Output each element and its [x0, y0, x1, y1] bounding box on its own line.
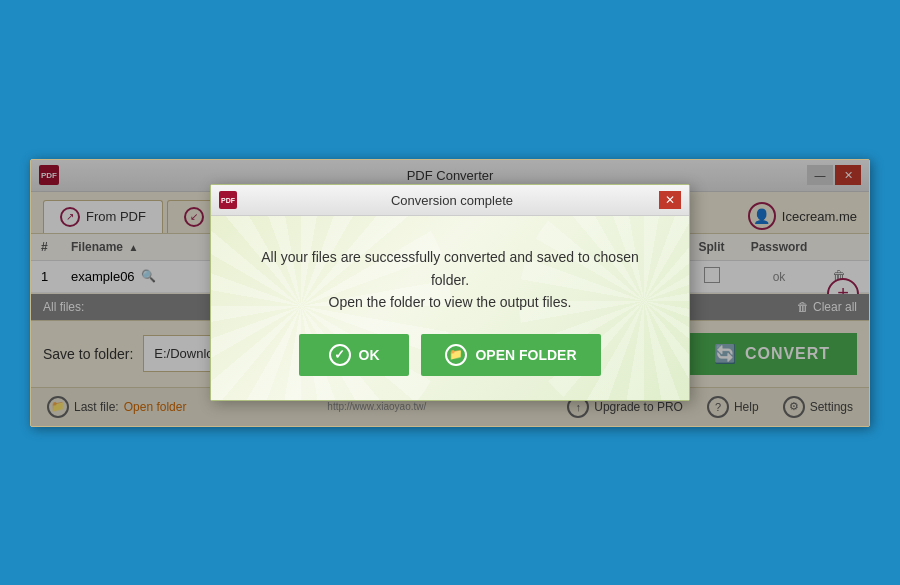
- conversion-complete-modal: PDF Conversion complete ✕ All your files…: [210, 184, 690, 400]
- modal-title: Conversion complete: [245, 193, 659, 208]
- modal-message: All your files are successfully converte…: [251, 246, 649, 313]
- modal-ok-button[interactable]: ✓ OK: [299, 334, 409, 376]
- ok-label: OK: [359, 347, 380, 363]
- modal-buttons: ✓ OK 📁 OPEN FOLDER: [251, 334, 649, 376]
- modal-app-icon: PDF: [219, 191, 237, 209]
- modal-overlay: PDF Conversion complete ✕ All your files…: [31, 160, 869, 426]
- modal-body: All your files are successfully converte…: [211, 216, 689, 399]
- modal-close-button[interactable]: ✕: [659, 191, 681, 209]
- modal-message-line1: All your files are successfully converte…: [261, 249, 638, 287]
- modal-message-line2: Open the folder to view the output files…: [329, 294, 572, 310]
- modal-titlebar: PDF Conversion complete ✕: [211, 185, 689, 216]
- app-window: PDF PDF Converter — ✕ ↗ From PDF ↙ To PD…: [30, 159, 870, 427]
- ok-checkmark-icon: ✓: [329, 344, 351, 366]
- open-folder-label: OPEN FOLDER: [475, 347, 576, 363]
- open-folder-icon: 📁: [445, 344, 467, 366]
- modal-open-folder-button[interactable]: 📁 OPEN FOLDER: [421, 334, 601, 376]
